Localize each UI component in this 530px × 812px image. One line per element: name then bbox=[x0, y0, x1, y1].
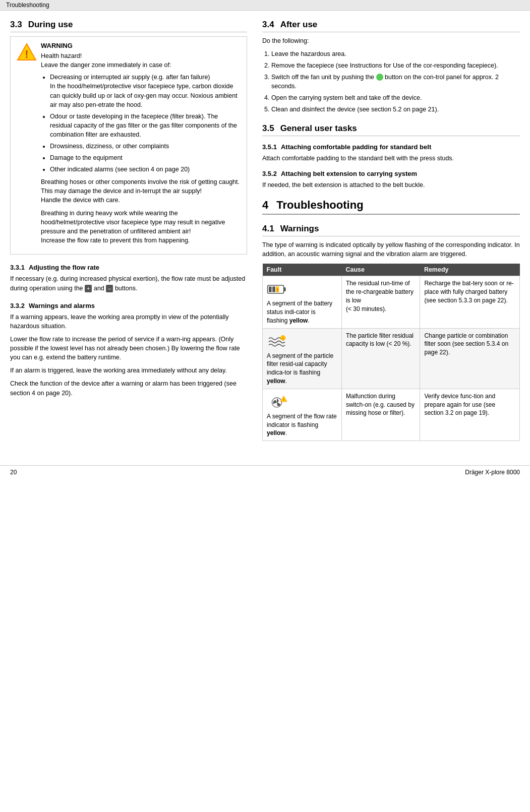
svg-rect-3 bbox=[284, 287, 286, 291]
cause-cell-3: Malfunction during switch-on (e.g. cause… bbox=[341, 389, 420, 441]
left-column: 3.3 During use ! WARNING Health hazard! … bbox=[10, 20, 247, 450]
step-2: Remove the facepiece (see Instructions f… bbox=[271, 61, 520, 71]
fault-icon-area-1: ! bbox=[267, 279, 337, 299]
section-35: 3.5 General user tasks 3.5.1 Attaching c… bbox=[262, 123, 520, 190]
svg-text:!: ! bbox=[277, 287, 278, 292]
section-331-label: Adjusting the flow rate bbox=[29, 264, 99, 271]
section-351-num: 3.5.1 bbox=[262, 143, 277, 151]
section-332-para4: Check the function of the device after a… bbox=[10, 379, 247, 397]
section-33-num: 3.3 bbox=[10, 20, 22, 30]
col-fault: Fault bbox=[263, 264, 342, 276]
step-5: Clean and disinfect the device (see sect… bbox=[271, 105, 520, 114]
page-footer: 20 Dräger X-plore 8000 bbox=[0, 465, 530, 479]
col-remedy: Remedy bbox=[420, 264, 520, 276]
section-35-label: General user tasks bbox=[280, 123, 357, 134]
section-332: 3.3.2 Warnings and alarms If a warning a… bbox=[10, 302, 247, 398]
minus-button-icon: – bbox=[106, 285, 113, 293]
bullet-2: Odour or taste developing in the facepie… bbox=[50, 112, 241, 139]
warning-box: ! WARNING Health hazard! Leave the dange… bbox=[10, 36, 247, 255]
fault-table: Fault Cause Remedy bbox=[262, 264, 520, 441]
page-header: Troubleshooting bbox=[0, 0, 530, 11]
warning-heading: Health hazard! bbox=[41, 52, 82, 59]
fault-icon-area-3: ! bbox=[267, 392, 337, 412]
fault-cell-3: ! A segment of the flow rate indicator i… bbox=[263, 389, 342, 441]
svg-rect-5 bbox=[272, 287, 275, 292]
bullet-3: Drowsiness, dizziness, or other complain… bbox=[50, 142, 241, 151]
footer-page-number: 20 bbox=[10, 469, 17, 476]
section-332-num: 3.3.2 bbox=[10, 302, 25, 309]
section-41-title: 4.1 Warnings bbox=[262, 224, 520, 236]
section-351-para: Attach comfortable padding to the standa… bbox=[262, 154, 520, 163]
table-row: ! A segment of the battery status indi-c… bbox=[263, 276, 520, 328]
section-331-para-end: buttons. bbox=[115, 285, 137, 292]
cause-cell-2: The particle filter residual capacity is… bbox=[341, 328, 420, 389]
step-4: Open the carrying system belt and take o… bbox=[271, 93, 520, 103]
bullet-5: Other indicated alarms (see section 4 on… bbox=[50, 165, 241, 174]
flow-rate-icon: ! bbox=[267, 392, 287, 412]
plus-button-icon: + bbox=[85, 285, 92, 293]
warning-bullets: Decreasing or interrupted air supply (e.… bbox=[41, 73, 241, 174]
warning-triangle-icon: ! bbox=[17, 42, 35, 60]
section-332-para3: If an alarm is triggered, leave the work… bbox=[10, 366, 247, 375]
svg-text:!: ! bbox=[25, 48, 28, 60]
section-332-para1: If a warning appears, leave the working … bbox=[10, 313, 247, 331]
section-35-num: 3.5 bbox=[262, 123, 274, 134]
section-33-label: During use bbox=[28, 20, 73, 30]
step-1: Leave the hazardous area. bbox=[271, 49, 520, 59]
section-331-para: If necessary (e.g. during increased phys… bbox=[10, 274, 247, 292]
step-3: Switch off the fan unit by pushing the b… bbox=[271, 73, 520, 92]
section-34-num: 3.4 bbox=[262, 20, 274, 30]
section-332-para2: Lower the flow rate to increase the peri… bbox=[10, 335, 247, 362]
svg-text:!: ! bbox=[283, 397, 284, 402]
page-content: 3.3 During use ! WARNING Health hazard! … bbox=[0, 11, 530, 455]
section-331: 3.3.1 Adjusting the flow rate If necessa… bbox=[10, 264, 247, 292]
right-column: 3.4 After use Do the following: Leave th… bbox=[262, 20, 520, 450]
chapter-4-label: Troubleshooting bbox=[276, 199, 363, 212]
and-label: and bbox=[94, 285, 106, 292]
chapter-4-num: 4 bbox=[262, 199, 268, 212]
fault-label-3: A segment of the flow rate indicator is … bbox=[267, 412, 337, 438]
bullet-1: Decreasing or interrupted air supply (e.… bbox=[50, 73, 241, 109]
section-41-num: 4.1 bbox=[262, 224, 274, 234]
section-331-title: 3.3.1 Adjusting the flow rate bbox=[10, 264, 247, 271]
section-41: 4.1 Warnings The type of warning is indi… bbox=[262, 224, 520, 441]
section-34-title: 3.4 After use bbox=[262, 20, 520, 32]
fault-cell-1: ! A segment of the battery status indi-c… bbox=[263, 276, 342, 328]
section-34-intro: Do the following: bbox=[262, 36, 520, 45]
particle-filter-icon: ! bbox=[267, 332, 287, 352]
table-header-row: Fault Cause Remedy bbox=[263, 264, 520, 276]
section-35-title: 3.5 General user tasks bbox=[262, 123, 520, 136]
svg-text:!: ! bbox=[282, 336, 284, 340]
chapter-4: 4 Troubleshooting bbox=[262, 199, 520, 215]
warning-text: Health hazard! Leave the danger zone imm… bbox=[41, 51, 241, 245]
section-352-label: Attaching belt extension to carrying sys… bbox=[281, 170, 417, 177]
fault-cell-2: ! A segment of the particle filter resid… bbox=[263, 328, 342, 389]
remedy-cell-1: Recharge the bat-tery soon or re-place w… bbox=[420, 276, 520, 328]
section-352-num: 3.5.2 bbox=[262, 170, 277, 177]
fault-label-1: A segment of the battery status indi-cat… bbox=[267, 299, 337, 325]
warning-para2: Breathing in during heavy work while wea… bbox=[41, 209, 241, 245]
section-34: 3.4 After use Do the following: Leave th… bbox=[262, 20, 520, 114]
table-row: ! A segment of the flow rate indicator i… bbox=[263, 389, 520, 441]
fault-icon-area-2: ! bbox=[267, 332, 337, 352]
section-351-title: 3.5.1 Attaching comfortable padding for … bbox=[262, 143, 520, 151]
chapter-4-title: 4 Troubleshooting bbox=[262, 199, 520, 215]
section-34-steps: Leave the hazardous area. Remove the fac… bbox=[262, 49, 520, 114]
footer-product: Dräger X-plore 8000 bbox=[465, 469, 520, 476]
warning-para1: Breathing hoses or other components invo… bbox=[41, 177, 241, 205]
bullet-4: Damage to the equipment bbox=[50, 153, 241, 162]
warning-content: WARNING Health hazard! Leave the danger … bbox=[41, 42, 241, 249]
battery-flash-icon: ! bbox=[267, 279, 287, 299]
warning-type: WARNING bbox=[41, 42, 241, 49]
section-33: 3.3 During use ! WARNING Health hazard! … bbox=[10, 20, 247, 255]
section-33-title: 3.3 During use bbox=[10, 20, 247, 32]
svg-rect-4 bbox=[269, 287, 272, 292]
remedy-cell-3: Verify device func-tion and prepare agai… bbox=[420, 389, 520, 441]
cause-cell-1: The residual run-time of the re-chargeab… bbox=[341, 276, 420, 328]
section-332-label: Warnings and alarms bbox=[29, 302, 95, 309]
remedy-cell-2: Change particle or combination filter so… bbox=[420, 328, 520, 389]
section-41-label: Warnings bbox=[280, 224, 319, 234]
section-352-title: 3.5.2 Attaching belt extension to carryi… bbox=[262, 170, 520, 177]
green-button-icon bbox=[376, 74, 383, 81]
section-352-para: If needed, the belt extension is attache… bbox=[262, 180, 520, 190]
